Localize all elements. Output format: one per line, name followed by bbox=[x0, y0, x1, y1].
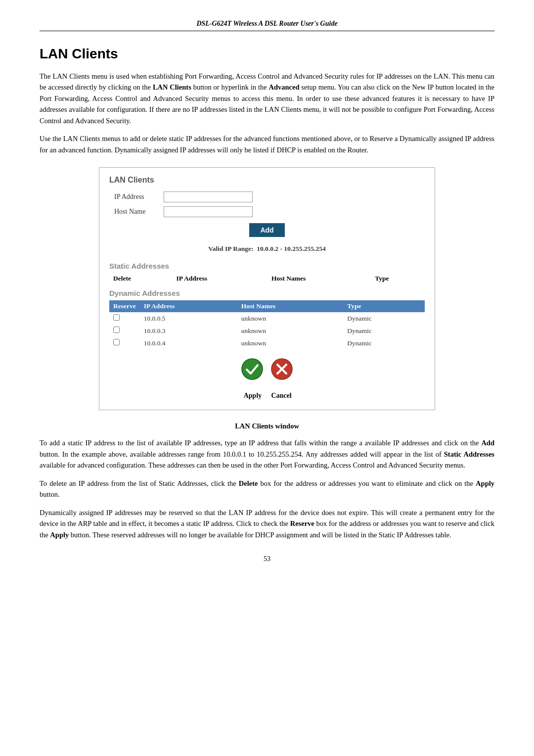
type-cell: Dynamic bbox=[343, 337, 425, 349]
reserve-cell bbox=[109, 312, 140, 325]
static-addresses-section: Static Addresses Delete IP Address Host … bbox=[109, 262, 425, 284]
ip-address-row: IP Address bbox=[114, 191, 425, 202]
dynamic-addresses-table: Reserve IP Address Host Names Type 10.0.… bbox=[109, 300, 425, 349]
page-title: LAN Clients bbox=[40, 46, 494, 62]
type-cell: Dynamic bbox=[343, 312, 425, 325]
ip-address-input[interactable] bbox=[164, 191, 253, 202]
dynamic-table-row: 10.0.0.4unknownDynamic bbox=[109, 337, 425, 349]
dynamic-col-host: Host Names bbox=[237, 300, 344, 312]
apply-svg bbox=[241, 358, 263, 380]
btn-icons bbox=[241, 358, 293, 382]
reserve-checkbox[interactable] bbox=[113, 327, 120, 333]
static-addresses-title: Static Addresses bbox=[109, 262, 425, 270]
dynamic-col-type: Type bbox=[343, 300, 425, 312]
body-paragraph-5: Dynamically assigned IP addresses may be… bbox=[40, 507, 494, 540]
static-col-delete: Delete bbox=[109, 273, 173, 284]
bottom-buttons: Apply Cancel bbox=[109, 358, 425, 400]
page-header: DSL-G624T Wireless A DSL Router User's G… bbox=[40, 20, 494, 31]
ip-cell: 10.0.0.4 bbox=[140, 337, 237, 349]
host-cell: unknown bbox=[237, 337, 344, 349]
ip-address-label: IP Address bbox=[114, 193, 164, 201]
cancel-label: Cancel bbox=[267, 392, 296, 400]
add-button-row: Add bbox=[109, 223, 425, 237]
dynamic-table-row: 10.0.0.3unknownDynamic bbox=[109, 325, 425, 337]
static-addresses-table: Delete IP Address Host Names Type bbox=[109, 273, 425, 284]
static-col-ip: IP Address bbox=[173, 273, 267, 284]
apply-label: Apply bbox=[238, 392, 267, 400]
intro-paragraph-2: Use the LAN Clients menus to add or dele… bbox=[40, 133, 494, 155]
svg-point-0 bbox=[242, 359, 263, 379]
host-cell: unknown bbox=[237, 325, 344, 337]
add-button[interactable]: Add bbox=[249, 223, 284, 237]
reserve-cell bbox=[109, 337, 140, 349]
panel-title: LAN Clients bbox=[109, 176, 425, 185]
valid-ip-range-value: 10.0.0.2 - 10.255.255.254 bbox=[257, 245, 326, 252]
body-paragraph-3: To add a static IP address to the list o… bbox=[40, 437, 494, 471]
reserve-checkbox[interactable] bbox=[113, 314, 120, 321]
intro-paragraph-1: The LAN Clients menu is used when establ… bbox=[40, 71, 494, 126]
lan-clients-panel: LAN Clients IP Address Host Name Add Val… bbox=[99, 167, 435, 410]
cancel-icon[interactable] bbox=[271, 358, 293, 382]
header-title: DSL-G624T Wireless A DSL Router User's G… bbox=[196, 20, 337, 27]
dynamic-table-row: 10.0.0.5unknownDynamic bbox=[109, 312, 425, 325]
valid-ip-range: Valid IP Range: 10.0.0.2 - 10.255.255.25… bbox=[109, 245, 425, 253]
host-name-row: Host Name bbox=[114, 206, 425, 217]
static-col-host: Host Names bbox=[267, 273, 371, 284]
dynamic-addresses-title: Dynamic Addresses bbox=[109, 289, 425, 297]
reserve-checkbox[interactable] bbox=[113, 339, 120, 345]
btn-labels: Apply Cancel bbox=[238, 392, 296, 400]
host-cell: unknown bbox=[237, 312, 344, 325]
type-cell: Dynamic bbox=[343, 325, 425, 337]
dynamic-col-ip: IP Address bbox=[140, 300, 237, 312]
dynamic-col-reserve: Reserve bbox=[109, 300, 140, 312]
reserve-cell bbox=[109, 325, 140, 337]
dynamic-addresses-section: Dynamic Addresses Reserve IP Address Hos… bbox=[109, 289, 425, 349]
cancel-svg bbox=[271, 358, 293, 380]
body-paragraph-4: To delete an IP address from the list of… bbox=[40, 478, 494, 500]
ip-cell: 10.0.0.3 bbox=[140, 325, 237, 337]
ip-cell: 10.0.0.5 bbox=[140, 312, 237, 325]
panel-caption: LAN Clients window bbox=[40, 422, 494, 430]
host-name-label: Host Name bbox=[114, 208, 164, 216]
apply-icon[interactable] bbox=[241, 358, 263, 382]
host-name-input[interactable] bbox=[164, 206, 253, 217]
page-number: 53 bbox=[40, 555, 494, 563]
valid-ip-range-label: Valid IP Range: bbox=[208, 245, 253, 252]
static-col-type: Type bbox=[371, 273, 425, 284]
